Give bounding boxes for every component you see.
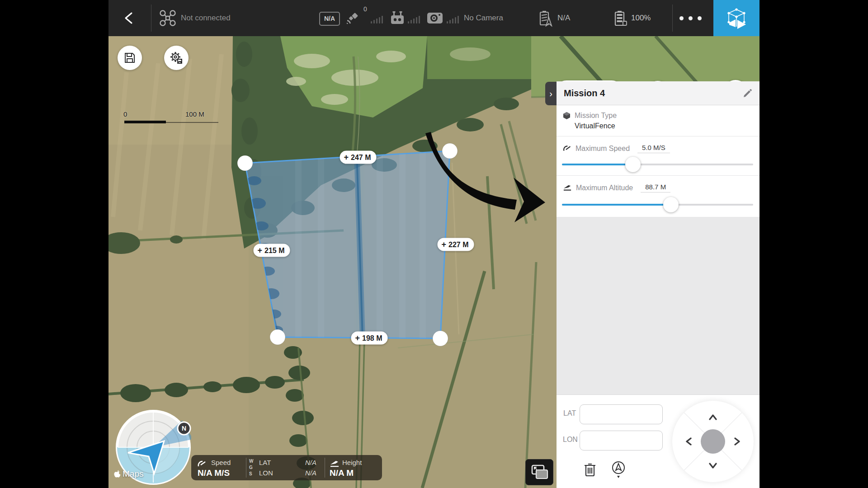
fence-handle-top-right[interactable]	[442, 143, 458, 159]
panel-collapse-button[interactable]: ›	[545, 82, 557, 105]
chevron-right-icon: ›	[549, 89, 552, 99]
mission-panel-header: Mission 4	[557, 81, 760, 105]
remote-controller-icon	[390, 11, 405, 25]
fence-edge-label-bottom[interactable]: + 198 M	[351, 332, 388, 345]
nudge-up-button[interactable]	[707, 411, 719, 423]
flight-battery-icon	[539, 10, 553, 27]
rc-signal-bars	[408, 16, 420, 23]
fence-edge-length: 247 M	[351, 153, 371, 161]
lon-input[interactable]	[580, 431, 663, 450]
fence-handle-bottom-right[interactable]	[433, 331, 448, 346]
gps-satellite-icon	[344, 10, 361, 26]
max-speed-label: Maximum Speed	[576, 145, 630, 153]
nudge-right-button[interactable]	[731, 435, 744, 448]
plus-icon: +	[442, 240, 447, 249]
nudge-dpad[interactable]	[672, 401, 754, 482]
lat-input[interactable]	[580, 404, 663, 424]
connection-status: Not connected	[181, 0, 231, 36]
nudge-left-button[interactable]	[682, 435, 695, 448]
altitude-icon	[563, 184, 572, 192]
max-altitude-label: Maximum Altitude	[576, 184, 633, 192]
dpad-center-button[interactable]	[701, 429, 725, 454]
back-button[interactable]	[123, 12, 135, 24]
camera-signal-bars	[447, 16, 459, 23]
height-value: N/A M	[330, 468, 354, 478]
speed-icon	[197, 459, 207, 469]
mission-type-value: VirtualFence	[575, 122, 760, 130]
more-menu-button[interactable]	[679, 16, 702, 20]
mission-type-section: Mission Type VirtualFence	[557, 105, 760, 136]
plus-icon: +	[355, 333, 360, 343]
save-mission-button[interactable]	[118, 46, 142, 70]
swap-views-icon	[529, 464, 549, 481]
status-bar: Not connected N/A 0	[108, 0, 760, 36]
delete-fence-button[interactable]	[581, 461, 599, 478]
mission-title: Mission 4	[564, 88, 605, 99]
gps-signal-bars	[371, 16, 383, 23]
device-battery-value: 100%	[631, 0, 651, 36]
save-icon	[123, 51, 137, 65]
max-speed-section: Maximum Speed 5.0 M/S	[557, 136, 760, 176]
apple-logo-icon	[114, 470, 121, 478]
max-altitude-fill	[562, 204, 671, 206]
camera-icon	[427, 12, 443, 24]
max-speed-thumb[interactable]	[625, 157, 641, 172]
mission-type-label: Mission Type	[575, 112, 617, 120]
max-speed-slider[interactable]	[562, 164, 753, 165]
lat-field-label: LAT	[563, 409, 576, 418]
gear-icon	[169, 51, 184, 65]
lon-label: LON	[259, 469, 273, 477]
plus-icon: +	[344, 153, 349, 162]
fence-edge-length: 227 M	[448, 240, 468, 249]
map-attribution: Maps	[114, 469, 143, 479]
plus-icon: +	[258, 246, 263, 255]
scale-bar-segment	[124, 121, 166, 123]
max-altitude-thumb[interactable]	[663, 197, 679, 212]
pip-view-toggle-button[interactable]	[525, 459, 553, 485]
lon-field-label: LON	[563, 436, 578, 444]
fence-edge-label-right[interactable]: + 227 M	[438, 238, 474, 251]
fence-edge-length: 215 M	[264, 246, 284, 254]
settings-button[interactable]	[164, 46, 189, 70]
device-battery-icon	[614, 10, 627, 27]
flight-battery-value: N/A	[557, 0, 570, 36]
app-window: + 247 M + 215 M + 227 M + 198 M	[108, 0, 760, 488]
height-label: Height	[342, 459, 362, 466]
scale-end-label: 100 M	[185, 110, 204, 118]
speed-gauge-icon	[563, 144, 571, 153]
fence-handle-top-left[interactable]	[237, 155, 253, 171]
flight-mode-badge: N/A	[319, 12, 340, 26]
speed-label: Speed	[211, 459, 231, 466]
max-altitude-section: Maximum Altitude 88.7 M	[557, 176, 760, 217]
pencil-icon	[743, 89, 752, 98]
max-altitude-value[interactable]: 88.7 M	[641, 183, 670, 192]
fence-handle-bottom-left[interactable]	[270, 329, 285, 345]
lon-value: N/A	[305, 469, 316, 477]
height-icon	[330, 459, 340, 469]
fence-edge-label-top[interactable]: + 247 M	[340, 151, 377, 164]
satellite-count: 0	[363, 5, 367, 13]
mission-mode-button[interactable]	[713, 0, 760, 36]
goto-location-button[interactable]	[609, 460, 627, 479]
mission-type-icon	[563, 112, 571, 120]
lat-value: N/A	[305, 459, 316, 466]
datum-label: WGS	[249, 458, 253, 477]
max-altitude-slider[interactable]	[562, 204, 753, 206]
camera-status: No Camera	[464, 0, 503, 36]
scale-start-label: 0	[123, 110, 127, 118]
mission-cube-icon	[725, 6, 748, 30]
telemetry-bar: Speed N/A M/S WGS LAT N/A LON N/A Height…	[191, 455, 382, 480]
nudge-down-button[interactable]	[707, 460, 719, 472]
trash-icon	[584, 462, 596, 477]
max-speed-fill	[562, 164, 633, 165]
fence-edge-label-left[interactable]: + 215 M	[254, 244, 290, 257]
panel-empty-area	[557, 217, 760, 395]
max-speed-value[interactable]: 5.0 M/S	[637, 144, 670, 153]
navigate-pin-icon	[611, 460, 626, 479]
drone-icon	[159, 9, 176, 27]
speed-value: N/A M/S	[198, 468, 230, 478]
north-badge: N	[182, 425, 186, 432]
fence-edge-length: 198 M	[362, 334, 382, 342]
lat-label: LAT	[259, 459, 271, 466]
edit-mission-button[interactable]	[741, 88, 753, 99]
